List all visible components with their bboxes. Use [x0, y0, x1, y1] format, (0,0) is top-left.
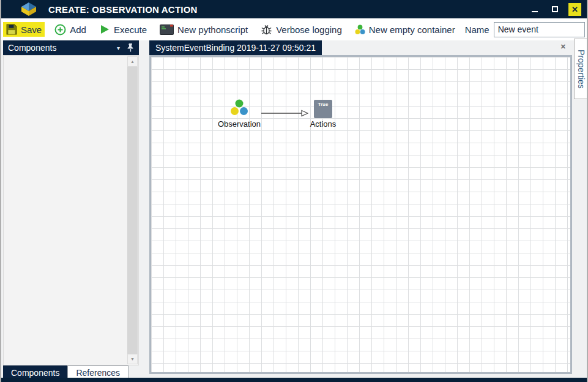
actions-node[interactable]: True — [314, 100, 332, 118]
execute-button[interactable]: Execute — [96, 22, 150, 37]
new-empty-container-button[interactable]: New empty container — [352, 23, 458, 37]
properties-tab-label: Properties — [576, 50, 586, 89]
execute-label: Execute — [114, 24, 147, 35]
save-label: Save — [21, 24, 42, 35]
pin-icon[interactable] — [127, 43, 134, 52]
new-pythonscript-label: New pythonscript — [177, 24, 248, 35]
tab-properties[interactable]: Properties — [574, 39, 588, 99]
verbose-logging-button[interactable]: Verbose logging — [258, 22, 345, 37]
add-button[interactable]: Add — [51, 22, 89, 37]
name-label: Name — [465, 24, 489, 35]
save-icon — [6, 24, 17, 35]
connector-arrow[interactable] — [261, 108, 309, 119]
window-title: CREATE: OBSERVATION ACTION — [48, 4, 198, 15]
window-bottom-border — [1, 378, 587, 382]
actions-node-label[interactable]: Actions — [292, 119, 354, 129]
add-icon — [54, 24, 66, 36]
bug-icon — [261, 24, 272, 36]
scroll-down-button[interactable]: ▼ — [127, 354, 138, 364]
maximize-icon — [552, 6, 558, 12]
new-pythonscript-button[interactable]: New pythonscript — [157, 23, 251, 37]
close-button[interactable]: ✕ — [568, 3, 581, 16]
components-scrollbar[interactable]: ▲ ▼ — [127, 56, 138, 364]
execute-icon — [99, 24, 110, 35]
scroll-up-button[interactable]: ▲ — [127, 56, 138, 67]
save-button[interactable]: Save — [3, 22, 45, 37]
components-panel-header: Components ▾ — [3, 40, 139, 55]
tab-system-event-binding[interactable]: SystemEventBinding 2019-11-27 09:50:21 — [149, 40, 322, 55]
editor-tabstrip: SystemEventBinding 2019-11-27 09:50:21 ✕ — [148, 40, 573, 55]
terminal-icon — [160, 24, 174, 35]
minimize-button[interactable] — [528, 2, 541, 16]
tab-close-icon[interactable]: ✕ — [560, 43, 566, 51]
observation-node-icon[interactable] — [230, 99, 248, 116]
observation-node-label[interactable]: Observation — [203, 119, 276, 129]
event-name-input[interactable] — [494, 22, 585, 37]
app-window: CREATE: OBSERVATION ACTION ✕ Save Add — [0, 0, 588, 382]
diagram-canvas[interactable]: Observation True Actions — [149, 55, 572, 374]
chevron-down-icon[interactable]: ▾ — [117, 45, 120, 51]
add-label: Add — [70, 24, 86, 35]
app-logo-icon — [21, 2, 37, 17]
components-panel-title: Components — [8, 43, 56, 53]
new-empty-container-label: New empty container — [369, 24, 455, 35]
verbose-logging-label: Verbose logging — [276, 24, 342, 35]
minimize-icon — [532, 11, 538, 12]
container-dots-icon — [355, 24, 365, 35]
window-controls: ✕ — [528, 0, 581, 18]
titlebar: CREATE: OBSERVATION ACTION ✕ — [1, 0, 587, 18]
toolbar: Save Add Execute New pythonscript — [1, 18, 587, 40]
maximize-button[interactable] — [548, 2, 562, 16]
components-list[interactable]: ▲ ▼ — [3, 55, 139, 365]
